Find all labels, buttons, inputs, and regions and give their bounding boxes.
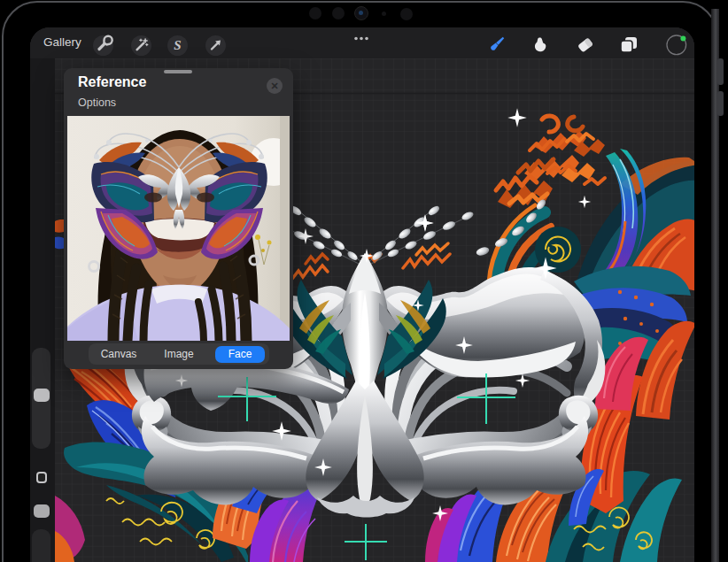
svg-text:S: S xyxy=(174,38,181,52)
